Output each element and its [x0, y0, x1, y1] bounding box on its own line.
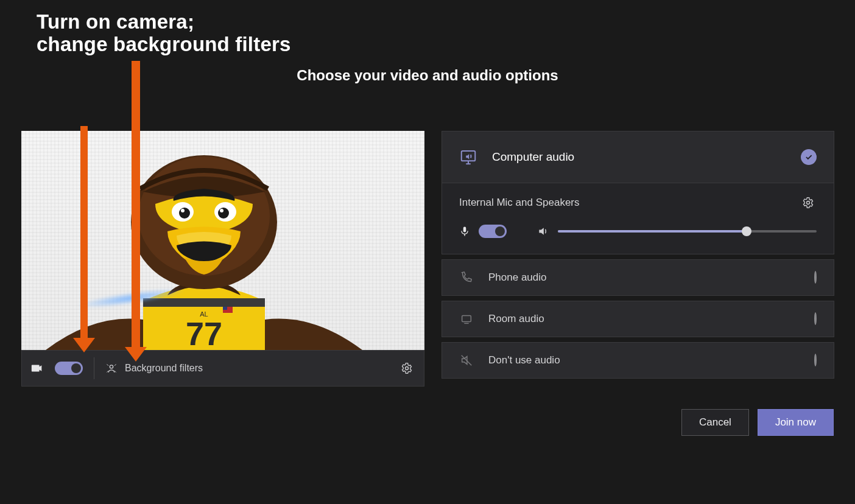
video-controls-bar: Background filters [21, 350, 424, 387]
no-audio-icon [459, 354, 474, 367]
divider [94, 357, 94, 379]
annotation-line2: change background filters [37, 33, 291, 56]
selected-check-icon [801, 149, 817, 165]
radio-empty-icon [814, 312, 817, 325]
background-filters-label: Background filters [125, 363, 203, 374]
svg-point-11 [181, 209, 185, 212]
camera-icon [30, 362, 44, 375]
audio-option-room[interactable]: Room audio [442, 301, 834, 337]
room-icon [459, 312, 474, 326]
svg-point-16 [807, 201, 810, 205]
audio-option-none-label: Don't use audio [488, 354, 560, 366]
annotation-arrow-camera [80, 126, 88, 339]
cancel-button-label: Cancel [699, 416, 731, 429]
audio-device-block: Internal Mic and Speakers [442, 183, 834, 254]
audio-primary-block: Computer audio Internal Mic and Speakers [442, 131, 834, 254]
svg-point-9 [179, 208, 190, 219]
computer-audio-icon [459, 148, 477, 166]
audio-option-computer[interactable]: Computer audio [442, 131, 834, 183]
gear-icon [802, 197, 814, 209]
background-filters-icon [105, 362, 118, 374]
svg-rect-17 [462, 316, 471, 322]
microphone-icon [459, 226, 470, 237]
gear-icon [401, 362, 413, 374]
svg-point-13 [110, 365, 113, 368]
background-filters-button[interactable]: Background filters [105, 362, 203, 374]
svg-text:AL: AL [200, 310, 208, 318]
svg-rect-4 [223, 307, 227, 310]
page-title: Choose your video and audio options [0, 67, 855, 84]
radio-empty-icon [814, 354, 817, 366]
annotation-line1: Turn on camera; [37, 11, 291, 33]
volume-slider-thumb[interactable] [742, 226, 751, 236]
audio-option-computer-label: Computer audio [492, 150, 574, 164]
audio-option-none[interactable]: Don't use audio [442, 342, 834, 379]
audio-device-label: Internal Mic and Speakers [459, 197, 580, 209]
phone-icon [459, 271, 474, 284]
audio-option-room-label: Room audio [488, 313, 544, 325]
annotation-arrow-bgfilters [132, 61, 140, 348]
speaker-icon [537, 225, 549, 237]
svg-point-10 [218, 208, 229, 219]
camera-toggle[interactable] [55, 362, 83, 375]
microphone-toggle[interactable] [479, 225, 507, 238]
audio-settings-button[interactable] [800, 194, 817, 211]
audio-column: Computer audio Internal Mic and Speakers [442, 131, 834, 399]
annotation-text: Turn on camera; change background filter… [37, 11, 291, 56]
footer-buttons: Cancel Join now [681, 409, 834, 436]
join-now-button[interactable]: Join now [758, 409, 834, 436]
audio-option-phone[interactable]: Phone audio [442, 259, 834, 296]
radio-empty-icon [814, 271, 817, 284]
join-now-button-label: Join now [775, 416, 816, 429]
svg-text:77: 77 [186, 315, 222, 350]
cancel-button[interactable]: Cancel [681, 409, 749, 436]
video-settings-button[interactable] [398, 360, 415, 377]
svg-point-14 [406, 367, 409, 370]
volume-slider-fill [558, 230, 747, 233]
audio-option-phone-label: Phone audio [488, 271, 546, 284]
svg-point-12 [220, 209, 223, 212]
volume-slider[interactable] [558, 230, 817, 233]
